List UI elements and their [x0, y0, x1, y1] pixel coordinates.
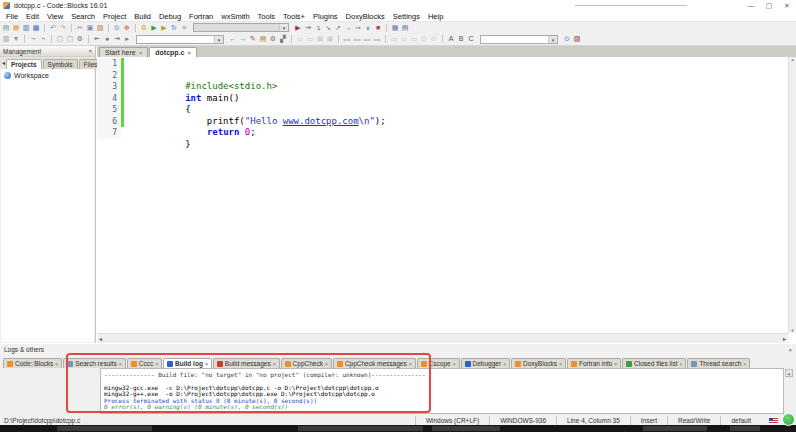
zoom-in-icon[interactable]: ⊙ [419, 34, 429, 44]
highlight-b-icon[interactable]: B [456, 34, 466, 44]
management-tab[interactable]: Projects [6, 59, 42, 69]
menu-item[interactable]: Tools [254, 12, 280, 21]
close-icon[interactable]: × [409, 361, 412, 367]
incremental-search-combo[interactable]: ▾ [480, 35, 558, 44]
step-into-instruction-icon[interactable]: ⇒ [353, 23, 363, 33]
menu-item[interactable]: Project [99, 12, 130, 21]
browse-forward-icon[interactable]: → [238, 34, 248, 44]
code-line[interactable]: 1 #include<stdio.h> [97, 58, 788, 70]
zoom-out-icon[interactable]: ⊙ [429, 34, 439, 44]
close-icon[interactable]: × [614, 361, 617, 367]
goto-function-icon[interactable]: ▼ [11, 34, 21, 44]
build-and-run-icon[interactable]: ▶ [159, 23, 169, 33]
doxy-run-icon[interactable]: ⚙ [268, 34, 278, 44]
menu-item[interactable]: Build [130, 12, 155, 21]
highlight-a-icon[interactable]: A [446, 34, 456, 44]
debug-info-icon[interactable]: ▤ [400, 23, 410, 33]
scroll-down-icon[interactable]: ▼ [791, 328, 795, 333]
debug-continue-icon[interactable]: ▶ [293, 23, 303, 33]
taskbar-item[interactable] [298, 426, 423, 431]
replace-icon[interactable]: ⊕ [122, 23, 132, 33]
editor-vertical-scrollbar[interactable]: ▲ ▼ [788, 57, 796, 333]
log-tab[interactable]: CppCheck × [281, 358, 332, 368]
doxy-document-icon[interactable]: ▤ [258, 34, 268, 44]
incsearch-highlight-icon[interactable]: ▨ [572, 34, 582, 44]
run-scripts-icon[interactable]: ▸ [122, 34, 132, 44]
fortran-module-icon[interactable]: ▭ [305, 34, 315, 44]
log-tab[interactable]: Thread search × [687, 358, 750, 368]
bookmark-next-icon[interactable]: ⇥ [112, 34, 122, 44]
run-icon[interactable]: ▶ [149, 23, 159, 33]
layout-a-icon[interactable]: ▬ [342, 34, 352, 44]
close-icon[interactable]: × [273, 361, 276, 367]
menu-item[interactable]: File [2, 12, 22, 21]
build-icon[interactable]: ⚙ [139, 23, 149, 33]
close-icon[interactable]: × [503, 361, 506, 367]
taskbar-item[interactable] [643, 426, 707, 431]
close-icon[interactable]: × [743, 361, 746, 367]
block-comment-icon[interactable]: ¬ [28, 34, 38, 44]
close-icon[interactable]: × [788, 347, 792, 353]
fortran-doc-icon[interactable]: ▣ [325, 34, 335, 44]
log-tab[interactable]: Code::Blocks × [3, 358, 62, 368]
close-icon[interactable]: × [119, 361, 122, 367]
chevron-down-icon[interactable]: ▾ [548, 36, 557, 43]
overlay-green-button[interactable] [782, 413, 795, 426]
close-icon[interactable]: × [55, 361, 58, 367]
doxy-comment-icon[interactable]: ✎ [248, 34, 258, 44]
language-flag-icon[interactable] [769, 418, 778, 424]
paste-icon[interactable]: ▨ [95, 23, 105, 33]
taskbar-item[interactable] [432, 426, 500, 431]
incsearch-icon[interactable]: ⊙ [562, 34, 572, 44]
menu-item[interactable]: wxSmith [217, 12, 253, 21]
close-icon[interactable]: × [155, 361, 158, 367]
step-out-icon[interactable]: ↗ [333, 23, 343, 33]
break-debugger-icon[interactable]: ∎ [363, 23, 373, 33]
scroll-left-icon[interactable]: ◂ [99, 335, 102, 342]
menu-item[interactable]: Fortran [185, 12, 217, 21]
close-icon[interactable]: × [325, 361, 328, 367]
build-target-combo[interactable]: ▾ [193, 23, 289, 32]
close-icon[interactable]: × [205, 361, 208, 367]
log-tab[interactable]: Build log × [163, 358, 212, 368]
log-tab[interactable]: DoxyBlocks × [511, 358, 566, 368]
layout-d-icon[interactable]: ▬ [372, 34, 382, 44]
log-tab[interactable]: Search results × [63, 358, 125, 368]
editor-horizontal-scrollbar[interactable]: ◂ ▸ [97, 333, 788, 343]
undo-icon[interactable]: ↶ [48, 23, 58, 33]
code-editor[interactable]: 1 #include<stdio.h> 2 int main() 3 [97, 57, 788, 333]
next-instruction-icon[interactable]: → [343, 23, 353, 33]
highlight-c-icon[interactable]: C [466, 34, 476, 44]
redo-icon[interactable]: ↷ [58, 23, 68, 33]
block-uncomment-icon[interactable]: ¬ [38, 34, 48, 44]
layout-b-icon[interactable]: ▬ [352, 34, 362, 44]
code-line[interactable]: 2 int main() [97, 70, 788, 82]
view-box-2-icon[interactable]: ▭ [399, 34, 409, 44]
view-box-1-icon[interactable]: ▭ [389, 34, 399, 44]
editor-settings-icon[interactable]: ⚙ [75, 34, 85, 44]
close-icon[interactable]: × [187, 50, 191, 56]
editor-tab[interactable]: dotcpp.c × [149, 47, 197, 57]
code-completion-combo[interactable]: ▾ [136, 35, 224, 44]
maximize-button[interactable]: ▢ [760, 0, 778, 11]
windows-taskbar[interactable] [0, 425, 796, 432]
log-tab[interactable]: Fortran info × [567, 358, 621, 368]
fortran-project-icon[interactable]: ▭ [295, 34, 305, 44]
log-tab[interactable]: CppCheck messages × [333, 358, 416, 368]
menu-item[interactable]: Debug [155, 12, 185, 21]
close-icon[interactable]: × [559, 361, 562, 367]
browse-back-icon[interactable]: ← [228, 34, 238, 44]
log-tab[interactable]: Cscope × [417, 358, 460, 368]
find-icon[interactable]: ⊙ [112, 23, 122, 33]
next-line-icon[interactable]: ↴ [313, 23, 323, 33]
debugging-windows-icon[interactable]: ▦ [390, 23, 400, 33]
menu-item[interactable]: View [43, 12, 67, 21]
log-tab[interactable]: Debugger × [461, 358, 510, 368]
scroll-right-icon[interactable]: ▸ [783, 335, 786, 342]
doxy-config-icon[interactable]: ▞ [278, 34, 288, 44]
symbols-browser-icon[interactable]: ▥ [1, 34, 11, 44]
editor-tab[interactable]: Start here × [99, 47, 148, 57]
close-button[interactable]: ✕ [778, 0, 796, 11]
log-tab[interactable]: Closed files list × [622, 358, 686, 368]
code-line[interactable]: 4 printf("Hello www.dotcpp.com\n"); [97, 93, 788, 105]
